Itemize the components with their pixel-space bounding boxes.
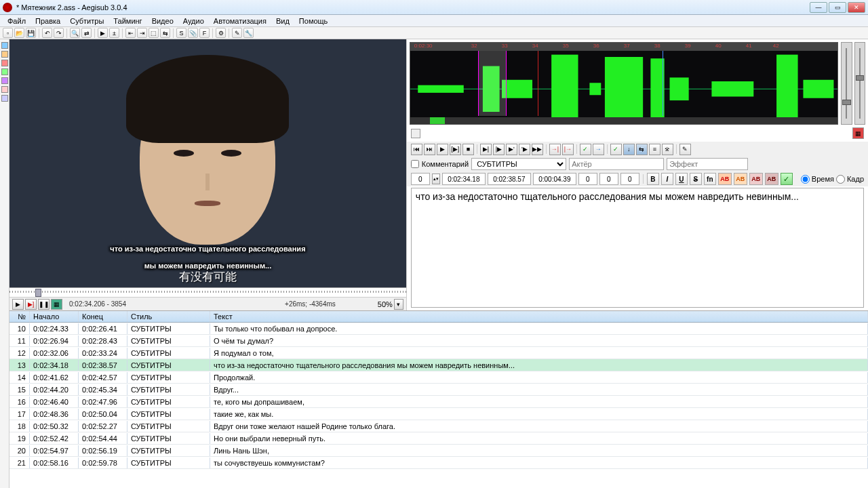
snap-scene-icon[interactable]: ⬚ bbox=[149, 28, 159, 38]
table-row[interactable]: 200:02:54.970:02:56.19СУБТИТРЫЛинь Нань … bbox=[9, 445, 868, 457]
vector-clip-tool-icon[interactable] bbox=[1, 95, 8, 102]
crosshair-tool-icon[interactable] bbox=[1, 42, 8, 49]
shift-icon[interactable]: ⇆ bbox=[160, 28, 170, 38]
table-row[interactable]: 160:02:46.400:02:47.96СУБТИТРЫте, кого м… bbox=[9, 396, 868, 408]
prev-line-icon[interactable]: ⏮ bbox=[411, 144, 422, 155]
play-sel-icon[interactable]: ▶ bbox=[437, 144, 448, 155]
find-icon[interactable]: 🔍 bbox=[70, 28, 80, 38]
vol-slider-toggle-icon[interactable] bbox=[411, 129, 420, 138]
scale-tool-icon[interactable] bbox=[1, 77, 8, 84]
menu-audio[interactable]: Аудио bbox=[178, 16, 209, 26]
margin-l-field[interactable] bbox=[578, 173, 597, 185]
margin-v-field[interactable] bbox=[620, 173, 639, 185]
color3-button[interactable]: AB bbox=[749, 173, 763, 185]
audio-selection[interactable] bbox=[478, 51, 507, 116]
autoscroll-audio-icon[interactable]: ⇆ bbox=[636, 144, 648, 155]
pause-icon[interactable]: ❚❚ bbox=[38, 299, 50, 310]
effect-field[interactable] bbox=[667, 158, 748, 170]
clip-tool-icon[interactable] bbox=[1, 86, 8, 93]
snap-start-icon[interactable]: ⇤ bbox=[125, 28, 136, 38]
audio-scrollbar[interactable] bbox=[410, 117, 837, 124]
spectrum-icon[interactable]: ≡ bbox=[649, 144, 660, 155]
menu-timing[interactable]: Тайминг bbox=[108, 16, 146, 26]
table-row[interactable]: 150:02:44.200:02:45.34СУБТИТРЫВдруг... bbox=[9, 384, 868, 396]
actor-field[interactable] bbox=[569, 158, 664, 170]
color4-button[interactable]: AB bbox=[765, 173, 778, 185]
color2-button[interactable]: AB bbox=[734, 173, 747, 185]
layer-spin-icon[interactable]: ▴▾ bbox=[432, 174, 440, 184]
drag-tool-icon[interactable] bbox=[1, 51, 8, 58]
play-first-icon[interactable]: ▶' bbox=[506, 144, 517, 155]
save-icon[interactable]: 💾 bbox=[26, 28, 36, 38]
table-row[interactable]: 190:02:52.420:02:54.44СУБТИТРЫНо они выб… bbox=[9, 432, 868, 445]
autocommit-icon[interactable]: ✓ bbox=[610, 144, 622, 155]
menu-edit[interactable]: Правка bbox=[31, 16, 65, 26]
table-row[interactable]: 140:02:41.620:02:42.57СУБТИТРЫПродолжай. bbox=[9, 371, 868, 384]
video-display[interactable]: что из-за недостаточно тщательного рассл… bbox=[9, 39, 406, 287]
play-icon[interactable]: ▶ bbox=[12, 299, 24, 310]
play-before-icon[interactable]: ▶| bbox=[480, 144, 492, 155]
layer-field[interactable] bbox=[411, 173, 430, 185]
auto-icon[interactable]: ⚙ bbox=[216, 28, 226, 38]
play-after-icon[interactable]: |▶ bbox=[493, 144, 505, 155]
table-row[interactable]: 210:02:58.160:02:59.78СУБТИТРЫты сочувст… bbox=[9, 457, 868, 469]
stop-icon[interactable]: ■ bbox=[462, 144, 474, 155]
comment-checkbox[interactable] bbox=[411, 160, 419, 168]
rotate-xy-tool-icon[interactable] bbox=[1, 68, 8, 75]
play-last-icon[interactable]: '▶ bbox=[519, 144, 530, 155]
lead-in-icon[interactable]: →| bbox=[549, 144, 561, 155]
settings-icon[interactable]: 🔧 bbox=[243, 28, 254, 38]
play-line-audio-icon[interactable]: [▶] bbox=[450, 144, 461, 155]
fonts-icon[interactable]: F bbox=[199, 28, 210, 38]
time-radio[interactable] bbox=[801, 175, 810, 184]
table-row[interactable]: 170:02:48.360:02:50.04СУБТИТРЫтакие же, … bbox=[9, 408, 868, 420]
subtitle-grid[interactable]: № Начало Конец Стиль Текст 100:02:24.330… bbox=[9, 310, 868, 488]
table-row[interactable]: 100:02:24.330:02:26.41СУБТИТРЫТы только … bbox=[9, 323, 868, 335]
new-icon[interactable]: ▫ bbox=[3, 28, 13, 38]
end-time-field[interactable] bbox=[488, 173, 531, 185]
play-line-icon[interactable]: ▶] bbox=[25, 299, 37, 310]
bold-button[interactable]: B bbox=[647, 173, 659, 185]
commit-button[interactable]: ✓ bbox=[781, 173, 793, 185]
subtitle-text-input[interactable]: что из-за недостаточно тщательного рассл… bbox=[411, 188, 864, 308]
table-row[interactable]: 110:02:26.940:02:28.43СУБТИТРЫО чём ты д… bbox=[9, 335, 868, 347]
menu-video[interactable]: Видео bbox=[147, 16, 178, 26]
minimize-button[interactable]: — bbox=[810, 2, 827, 13]
asdraw-icon[interactable]: ✎ bbox=[232, 28, 242, 38]
menu-file[interactable]: Файл bbox=[3, 16, 31, 26]
open-icon[interactable]: 📂 bbox=[14, 28, 24, 38]
start-time-field[interactable] bbox=[442, 173, 486, 185]
video-zoom-icon[interactable]: ± bbox=[109, 28, 119, 38]
autonext-icon[interactable]: ↓ bbox=[623, 144, 635, 155]
link-vol-icon[interactable]: ▦ bbox=[852, 127, 864, 139]
undo-icon[interactable]: ↶ bbox=[42, 28, 52, 38]
vert-zoom-slider[interactable] bbox=[854, 42, 866, 125]
goto-sel-icon[interactable]: → bbox=[593, 144, 604, 155]
table-row[interactable]: 180:02:50.320:02:52.27СУБТИТРЫВдруг они … bbox=[9, 420, 868, 432]
table-row[interactable]: 130:02:34.180:02:38.57СУБТИТРЫчто из-за … bbox=[9, 359, 868, 371]
menu-automation[interactable]: Автоматизация bbox=[209, 16, 271, 26]
rotate-z-tool-icon[interactable] bbox=[1, 60, 8, 66]
close-button[interactable]: ✕ bbox=[848, 2, 865, 13]
menu-view[interactable]: Вид bbox=[271, 16, 294, 26]
play-to-end-icon[interactable]: ▶▶ bbox=[532, 144, 543, 155]
karaoke-icon[interactable]: ✎ bbox=[679, 144, 691, 155]
zoom-dropdown-icon[interactable]: ▾ bbox=[394, 299, 403, 310]
strike-button[interactable]: S bbox=[690, 173, 702, 185]
duration-field[interactable] bbox=[533, 173, 576, 185]
color1-button[interactable]: AB bbox=[718, 173, 732, 185]
autoscroll-icon[interactable]: ▦ bbox=[51, 299, 62, 310]
commit-audio-icon[interactable]: ✓ bbox=[580, 144, 591, 155]
maximize-button[interactable]: ▭ bbox=[829, 2, 846, 13]
frame-radio[interactable] bbox=[836, 175, 845, 184]
lead-out-icon[interactable]: |→ bbox=[562, 144, 574, 155]
menu-help[interactable]: Помощь bbox=[294, 16, 333, 26]
underline-button[interactable]: U bbox=[675, 173, 688, 185]
redo-icon[interactable]: ↷ bbox=[54, 28, 64, 38]
styles-icon[interactable]: S bbox=[176, 28, 186, 38]
snap-end-icon[interactable]: ⇥ bbox=[137, 28, 147, 38]
attach-icon[interactable]: 📎 bbox=[188, 28, 198, 38]
replace-icon[interactable]: ⇄ bbox=[81, 28, 92, 38]
next-line-icon[interactable]: ⏭ bbox=[424, 144, 435, 155]
video-seekbar[interactable] bbox=[9, 287, 406, 297]
